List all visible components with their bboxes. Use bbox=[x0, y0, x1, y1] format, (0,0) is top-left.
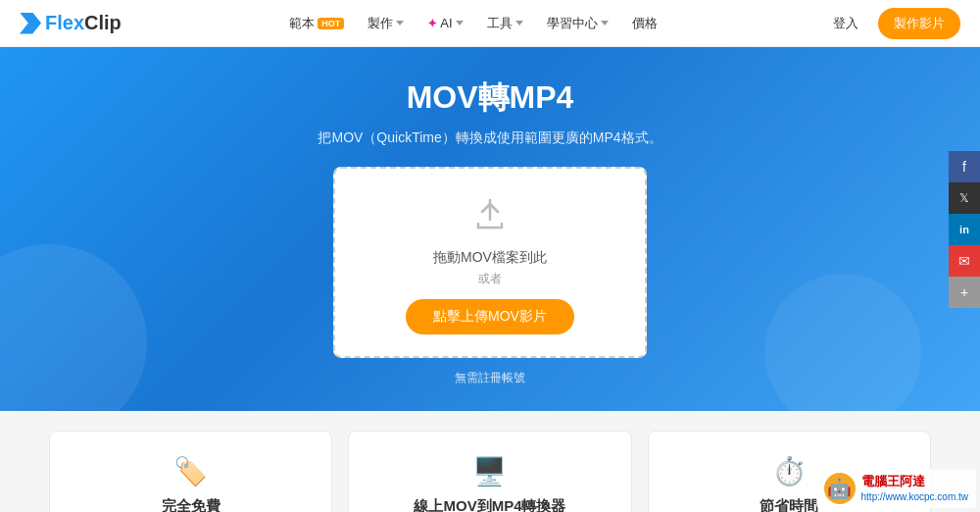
chevron-icon bbox=[456, 21, 464, 26]
hero-title: MOV轉MP4 bbox=[20, 77, 960, 120]
header-actions: 登入 製作影片 bbox=[825, 8, 960, 39]
online-icon: 🖥️ bbox=[368, 455, 611, 487]
upload-box: 拖動MOV檔案到此 或者 點擊上傳MOV影片 bbox=[333, 167, 647, 358]
nav-item-ai[interactable]: ✦ AI bbox=[417, 12, 472, 34]
upload-button[interactable]: 點擊上傳MOV影片 bbox=[406, 299, 574, 334]
nav-item-learn[interactable]: 學習中心 bbox=[537, 11, 618, 36]
login-button[interactable]: 登入 bbox=[825, 11, 866, 36]
logo[interactable]: FlexClip bbox=[20, 12, 122, 34]
header: FlexClip 範本 HOT 製作 ✦ AI 工具 學習中心 價格 登入 製作… bbox=[0, 0, 980, 47]
nav-item-template[interactable]: 範本 HOT bbox=[279, 11, 354, 36]
or-text: 或者 bbox=[478, 271, 502, 287]
hero-subtitle: 把MOV（QuickTime）轉換成使用範圍更廣的MP4格式。 bbox=[20, 129, 960, 147]
logo-icon bbox=[20, 13, 41, 34]
upload-icon bbox=[472, 196, 508, 239]
watermark-avatar: 🤖 bbox=[824, 473, 856, 504]
facebook-share-button[interactable]: f bbox=[949, 151, 980, 182]
linkedin-share-button[interactable]: in bbox=[949, 214, 980, 245]
logo-text: FlexClip bbox=[45, 12, 122, 34]
nav-item-pricing[interactable]: 價格 bbox=[622, 11, 667, 36]
nav-item-tools[interactable]: 工具 bbox=[477, 11, 533, 36]
hero-section: MOV轉MP4 把MOV（QuickTime）轉換成使用範圍更廣的MP4格式。 … bbox=[0, 47, 980, 411]
chevron-icon bbox=[601, 21, 609, 26]
features-grid: 🏷️ 完全免費 這款影片轉換器可以讓你線上免費將MOV轉換成MP4格式，無浮水印… bbox=[49, 431, 931, 512]
watermark: 🤖 電腦王阿達 http://www.kocpc.com.tw bbox=[816, 469, 976, 508]
chevron-icon bbox=[515, 21, 523, 26]
feature-card-online: 🖥️ 線上MOV到MP4轉換器 無需下載安裝任何軟體，只要用電腦打開網頁就可以輕… bbox=[348, 431, 631, 512]
social-share-bar: f 𝕏 in ✉ + bbox=[949, 151, 980, 308]
create-video-button[interactable]: 製作影片 bbox=[878, 8, 960, 39]
twitter-share-button[interactable]: 𝕏 bbox=[949, 182, 980, 214]
free-icon: 🏷️ bbox=[70, 455, 312, 487]
feature-card-free: 🏷️ 完全免費 這款影片轉換器可以讓你線上免費將MOV轉換成MP4格式，無浮水印… bbox=[49, 431, 332, 512]
chevron-icon bbox=[396, 21, 404, 26]
watermark-text: 電腦王阿達 http://www.kocpc.com.tw bbox=[861, 473, 968, 504]
nav-item-create[interactable]: 製作 bbox=[358, 11, 414, 36]
more-share-button[interactable]: + bbox=[949, 277, 980, 308]
drag-text: 拖動MOV檔案到此 bbox=[433, 249, 547, 267]
no-register-text: 無需註冊帳號 bbox=[20, 370, 960, 386]
feature-title-online: 線上MOV到MP4轉換器 bbox=[368, 497, 611, 512]
main-nav: 範本 HOT 製作 ✦ AI 工具 學習中心 價格 bbox=[279, 11, 666, 36]
email-share-button[interactable]: ✉ bbox=[949, 245, 980, 277]
feature-title-free: 完全免費 bbox=[70, 497, 312, 512]
